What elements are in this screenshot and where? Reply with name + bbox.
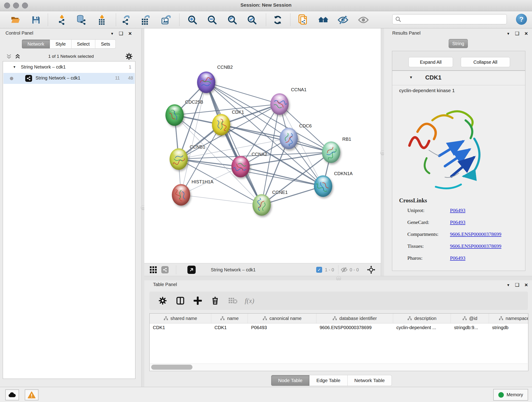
export-table-button[interactable] [140,14,152,26]
table-cell[interactable]: stringdb:9... [451,323,489,333]
collection-expand-icon[interactable]: ▼ [13,65,16,69]
column-header-database-identifier[interactable]: database identifier [317,313,393,323]
zoom-out-button[interactable] [206,14,218,26]
import-network-button[interactable] [56,14,68,26]
collapse-all-button[interactable]: Collapse All [461,57,510,67]
crosslink-pharos-link[interactable]: P06493 [450,255,465,261]
node-cdk1[interactable] [212,114,230,135]
function-builder-button[interactable]: f(x) [244,295,255,306]
import-network-from-database-button[interactable] [75,14,87,26]
collapse-all-networks-button[interactable] [6,53,12,60]
export-image-button[interactable] [160,14,172,26]
table-cell[interactable]: CDK1 [150,323,211,333]
column-header-namespace[interactable]: namespace [489,313,528,323]
search-field[interactable] [392,14,507,24]
float-panel-icon[interactable]: ❑ [119,31,123,36]
column-header-shared-name[interactable]: shared name [150,313,211,323]
open-session-button[interactable] [10,14,21,26]
save-session-button[interactable] [30,14,42,26]
column-header-description[interactable]: description [393,313,451,323]
tab-sets[interactable]: Sets [95,39,116,49]
protein-expand-icon[interactable]: ▼ [409,75,413,80]
node-cdc6[interactable] [279,128,298,149]
network-collection-row[interactable]: ▼ String Network – cdk1 1 [3,63,135,72]
add-column-button[interactable] [192,295,203,306]
node-ccnb2[interactable] [197,71,215,93]
expand-all-button[interactable]: Expand All [409,57,453,67]
tab-network-table[interactable]: Network Table [348,375,392,386]
delete-table-button[interactable] [227,295,239,306]
table-splitter-handle[interactable] [336,276,341,281]
crosslink-tissues-link[interactable]: 9606.ENSP00000378699 [450,243,501,249]
tab-network[interactable]: Network [22,39,50,49]
table-cell[interactable]: 9606.ENSP00000378699 [317,323,393,333]
open-in-window-button[interactable] [187,263,196,276]
search-input[interactable] [401,17,498,22]
expand-all-networks-button[interactable] [15,53,21,60]
column-header-id[interactable]: @id [451,313,489,323]
node-ccna1[interactable] [270,93,289,115]
import-table-button[interactable] [96,14,108,26]
network-canvas[interactable]: CCNB2CCNA1CDC25BCDK1CDC6RB1CCNB1CCNA2CDK… [144,28,381,263]
table-cell[interactable]: CDK1 [211,323,248,333]
protein-card-header[interactable]: ▼ CDK1 [392,71,525,85]
zoom-in-button[interactable] [187,14,198,26]
collapse-panel-icon[interactable]: ▼ [110,32,114,36]
refresh-view-button[interactable] [272,14,283,26]
cloud-status-button[interactable] [5,389,19,400]
right-splitter[interactable] [381,28,384,280]
crosslink-uniprot-link[interactable]: P06493 [450,207,465,213]
table-splitter[interactable] [144,276,532,281]
table-cell[interactable]: cyclin-dependent ... [393,323,451,333]
hide-selected-button[interactable] [337,14,349,26]
string-view-button[interactable] [161,263,169,276]
tab-edge-table[interactable]: Edge Table [310,375,348,386]
node-cdc25b[interactable] [165,104,184,126]
node-ccnb1[interactable] [170,148,188,170]
home-neighbors-button[interactable] [317,14,329,26]
show-hidden-button[interactable] [358,14,369,26]
export-network-button[interactable] [120,14,132,26]
table-horizontal-scrollbar[interactable] [150,364,528,370]
zoom-fit-button[interactable] [227,14,238,26]
float-panel-icon[interactable]: ❑ [515,31,519,36]
memory-button[interactable]: Memory [493,389,528,401]
show-columns-button[interactable] [175,295,186,306]
tab-node-table[interactable]: Node Table [271,375,310,386]
scrollbar-thumb[interactable] [151,365,192,370]
float-panel-icon[interactable]: ❑ [515,282,519,288]
crosslink-genecard-link[interactable]: P06493 [450,219,465,225]
network-row[interactable]: String Network – cdk1 11 48 [3,73,135,84]
delete-column-button[interactable] [209,295,221,306]
hidden-eye-icon[interactable] [341,263,348,276]
table-row[interactable]: CDK1CDK1P064939606.ENSP00000378699cyclin… [150,323,528,333]
table-settings-button[interactable] [157,295,168,306]
close-panel-icon[interactable]: ✕ [128,31,132,36]
column-header-canonical-name[interactable]: canonical name [248,313,317,323]
warnings-button[interactable] [25,389,38,400]
node-cdkn1a[interactable] [314,175,332,197]
grid-view-button[interactable] [150,263,157,276]
table-cell[interactable]: P06493 [248,323,317,333]
tab-style[interactable]: Style [50,39,71,49]
column-header-name[interactable]: name [211,313,248,323]
node-ccne1[interactable] [253,194,271,216]
collapse-panel-icon[interactable]: ▼ [507,32,510,36]
close-panel-icon[interactable]: ✕ [525,282,528,288]
node-rb1[interactable] [322,141,340,163]
node-ccna2[interactable] [231,156,250,177]
tab-select[interactable]: Select [71,39,95,49]
help-button[interactable]: ? [516,14,527,25]
node-hist1h1a[interactable] [172,184,190,206]
node-table[interactable]: shared namenamecanonical namedatabase id… [149,313,528,371]
close-panel-icon[interactable]: ✕ [525,31,528,36]
zoom-selected-button[interactable] [246,14,258,26]
crosslink-compartments-link[interactable]: 9606.ENSP00000378699 [450,231,501,237]
tab-string[interactable]: String [449,39,468,48]
fit-content-button[interactable] [367,263,375,276]
table-cell[interactable]: stringdb [489,323,528,333]
network-options-button[interactable] [126,53,133,61]
clone-network-button[interactable] [297,14,309,26]
collapse-panel-icon[interactable]: ▼ [507,283,510,287]
selected-checkbox[interactable]: ✓ [316,263,322,276]
